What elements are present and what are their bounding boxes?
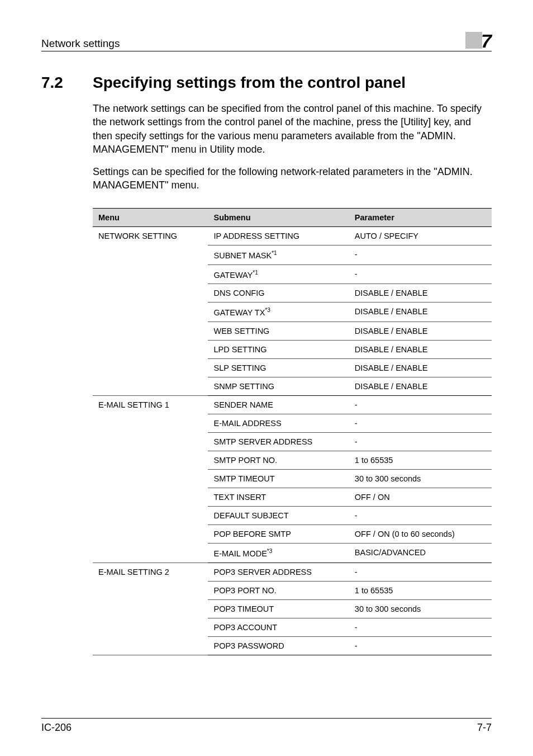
table-row: E-MAIL SETTING 2POP3 SERVER ADDRESS- [93,563,492,582]
submenu-cell: IP ADDRESS SETTING [208,226,349,245]
paragraph-2: Settings can be specified for the follow… [93,165,492,192]
parameter-cell: DISABLE / ENABLE [349,341,492,359]
footnote-sup: *3 [265,307,270,313]
submenu-cell: SUBNET MASK*1 [208,245,349,264]
parameter-cell: DISABLE / ENABLE [349,322,492,341]
submenu-cell: DNS CONFIG [208,284,349,303]
parameter-cell: OFF / ON [349,488,492,507]
col-submenu: Submenu [208,208,349,226]
submenu-cell: DEFAULT SUBJECT [208,507,349,525]
chapter-decor [465,32,482,49]
submenu-cell: POP BEFORE SMTP [208,525,349,544]
parameter-cell: - [349,414,492,433]
submenu-cell: GATEWAY*1 [208,264,349,284]
footer-left: IC-206 [41,722,72,734]
parameter-cell: - [349,396,492,414]
settings-table: Menu Submenu Parameter NETWORK SETTINGIP… [93,208,492,655]
menu-cell: E-MAIL SETTING 1 [93,396,208,563]
submenu-cell: SNMP SETTING [208,377,349,396]
parameter-cell: BASIC/ADVANCED [349,544,492,563]
parameter-cell: DISABLE / ENABLE [349,359,492,377]
paragraph-1: The network settings can be specified fr… [93,102,492,156]
parameter-cell: OFF / ON (0 to 60 seconds) [349,525,492,544]
submenu-cell: GATEWAY TX*3 [208,303,349,322]
table-row: NETWORK SETTINGIP ADDRESS SETTINGAUTO / … [93,226,492,245]
parameter-cell: DISABLE / ENABLE [349,303,492,322]
submenu-cell: LPD SETTING [208,341,349,359]
footnote-sup: *1 [253,270,258,276]
col-parameter: Parameter [349,208,492,226]
submenu-cell: POP3 PORT NO. [208,582,349,600]
page-footer: IC-206 7-7 [41,718,492,734]
submenu-cell: POP3 SERVER ADDRESS [208,563,349,582]
table-header-row: Menu Submenu Parameter [93,208,492,226]
menu-cell: NETWORK SETTING [93,226,208,395]
parameter-cell: - [349,563,492,582]
parameter-cell: 30 to 300 seconds [349,600,492,618]
table-row: E-MAIL SETTING 1SENDER NAME- [93,396,492,414]
submenu-cell: POP3 TIMEOUT [208,600,349,618]
parameter-cell: - [349,264,492,284]
chapter-number: 7 [481,30,492,52]
submenu-cell: POP3 ACCOUNT [208,618,349,637]
header-chapter-block: 7 [465,30,492,50]
parameter-cell: - [349,507,492,525]
header-section-label: Network settings [41,37,120,50]
parameter-cell: 30 to 300 seconds [349,470,492,488]
submenu-cell: WEB SETTING [208,322,349,341]
parameter-cell: DISABLE / ENABLE [349,284,492,303]
parameter-cell: - [349,245,492,264]
section-title-row: 7.2 Specifying settings from the control… [41,74,492,92]
submenu-cell: POP3 PASSWORD [208,637,349,655]
footnote-sup: *1 [272,250,277,256]
parameter-cell: 1 to 65535 [349,451,492,470]
section-title: Specifying settings from the control pan… [93,74,406,92]
parameter-cell: DISABLE / ENABLE [349,377,492,396]
parameter-cell: - [349,637,492,655]
submenu-cell: SMTP SERVER ADDRESS [208,433,349,451]
parameter-cell: - [349,433,492,451]
parameter-cell: - [349,618,492,637]
col-menu: Menu [93,208,208,226]
footnote-sup: *3 [267,548,273,554]
submenu-cell: SMTP PORT NO. [208,451,349,470]
menu-cell: E-MAIL SETTING 2 [93,563,208,655]
submenu-cell: TEXT INSERT [208,488,349,507]
submenu-cell: SMTP TIMEOUT [208,470,349,488]
section-number: 7.2 [41,74,93,92]
submenu-cell: E-MAIL MODE*3 [208,544,349,563]
page-header: Network settings 7 [41,30,492,51]
parameter-cell: 1 to 65535 [349,582,492,600]
submenu-cell: SENDER NAME [208,396,349,414]
footer-right: 7-7 [477,722,492,734]
parameter-cell: AUTO / SPECIFY [349,226,492,245]
submenu-cell: E-MAIL ADDRESS [208,414,349,433]
submenu-cell: SLP SETTING [208,359,349,377]
